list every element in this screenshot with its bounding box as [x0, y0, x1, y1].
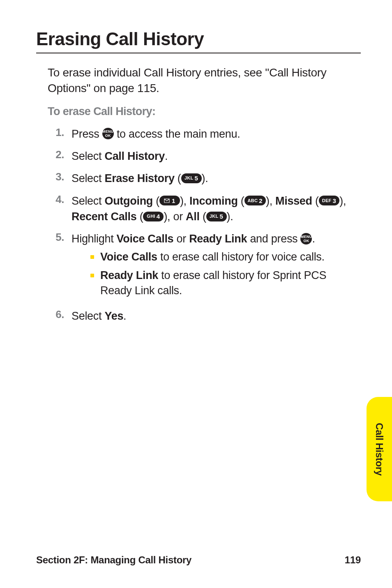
- step-number: 3.: [48, 171, 71, 183]
- text: Select: [71, 150, 104, 162]
- text: Highlight: [71, 233, 117, 245]
- step-body: Select Yes.: [71, 308, 352, 324]
- step-2: 2. Select Call History.: [48, 148, 352, 164]
- bold-text: Voice Calls: [100, 251, 157, 263]
- menu-ok-icon: MENUOK: [300, 233, 312, 244]
- text: Press: [71, 128, 102, 140]
- intro-text: To erase individual Call History entries…: [48, 65, 352, 96]
- text: to access the main menu.: [114, 128, 240, 140]
- side-tab: Call History: [367, 397, 392, 501]
- bold-text: Voice Calls: [117, 233, 174, 245]
- step-body: Select Call History.: [71, 148, 352, 164]
- text: and press: [247, 233, 300, 245]
- side-tab-label: Call History: [374, 423, 385, 476]
- sub-item: Ready Link to erase call history for Spr…: [90, 268, 352, 299]
- step-3: 3. Select Erase History (JKL5).: [48, 171, 352, 186]
- bold-text: Call History: [104, 150, 164, 162]
- step-number: 6.: [48, 308, 71, 321]
- key-jkl5-icon: JKL5: [206, 212, 227, 221]
- bold-text: Yes: [104, 310, 123, 322]
- menu-ok-icon: MENUOK: [102, 128, 114, 139]
- step-number: 2.: [48, 148, 71, 161]
- key-ghi4-icon: GHI4: [143, 212, 164, 221]
- step-body: Select Outgoing (1), Incoming (ABC2), Mi…: [71, 193, 352, 225]
- key-abc2-icon: ABC2: [244, 196, 266, 205]
- page: Erasing Call History To erase individual…: [0, 0, 392, 588]
- bold-text: All: [186, 210, 200, 223]
- footer: Section 2F: Managing Call History 119: [36, 554, 361, 566]
- text: Select: [71, 195, 104, 207]
- bold-text: Missed: [275, 195, 312, 207]
- step-6: 6. Select Yes.: [48, 308, 352, 324]
- step-body: Highlight Voice Calls or Ready Link and …: [71, 231, 352, 302]
- text: ).: [227, 210, 233, 223]
- sub-item: Voice Calls to erase call history for vo…: [90, 249, 352, 265]
- procedure-heading: To erase Call History:: [48, 105, 352, 118]
- step-number: 4.: [48, 193, 71, 206]
- envelope-icon: [164, 198, 170, 203]
- sub-list: Voice Calls to erase call history for vo…: [71, 249, 352, 299]
- text: .: [165, 150, 168, 162]
- content-area: Erasing Call History To erase individual…: [36, 29, 361, 331]
- text: or: [173, 233, 189, 245]
- text: ),: [339, 195, 346, 207]
- footer-section: Section 2F: Managing Call History: [36, 554, 191, 566]
- key-msg1-icon: 1: [159, 196, 180, 205]
- step-1: 1. Press MENUOK to access the main menu.: [48, 126, 352, 142]
- text: (: [312, 195, 319, 207]
- text: ),: [266, 195, 275, 207]
- text: (: [175, 172, 181, 184]
- step-number: 5.: [48, 231, 71, 244]
- step-5: 5. Highlight Voice Calls or Ready Link a…: [48, 231, 352, 302]
- key-def3-icon: DEF3: [319, 196, 340, 205]
- text: ), or: [164, 210, 186, 223]
- bold-text: Incoming: [189, 195, 238, 207]
- step-4: 4. Select Outgoing (1), Incoming (ABC2),…: [48, 193, 352, 225]
- text: to erase call history for voice calls.: [157, 251, 325, 263]
- page-title: Erasing Call History: [36, 29, 361, 49]
- text: ),: [180, 195, 189, 207]
- title-rule: [36, 53, 361, 53]
- bold-text: Ready Link: [189, 233, 247, 245]
- text: .: [123, 310, 126, 322]
- bold-text: Ready Link: [100, 269, 158, 281]
- step-number: 1.: [48, 126, 71, 139]
- text: (: [238, 195, 244, 207]
- text: Select: [71, 310, 104, 322]
- step-body: Select Erase History (JKL5).: [71, 171, 352, 186]
- text: (: [153, 195, 159, 207]
- bold-text: Recent Calls: [71, 210, 136, 223]
- step-list: 1. Press MENUOK to access the main menu.…: [48, 126, 352, 324]
- footer-page-number: 119: [345, 554, 361, 566]
- step-body: Press MENUOK to access the main menu.: [71, 126, 352, 142]
- text: ).: [202, 172, 208, 184]
- text: Select: [71, 172, 104, 184]
- intro-block: To erase individual Call History entries…: [48, 65, 352, 324]
- bold-text: Erase History: [104, 172, 174, 184]
- key-jkl5-icon: JKL5: [181, 173, 202, 183]
- bold-text: Outgoing: [104, 195, 153, 207]
- text: (: [200, 210, 206, 223]
- text: .: [312, 233, 315, 245]
- text: (: [136, 210, 143, 223]
